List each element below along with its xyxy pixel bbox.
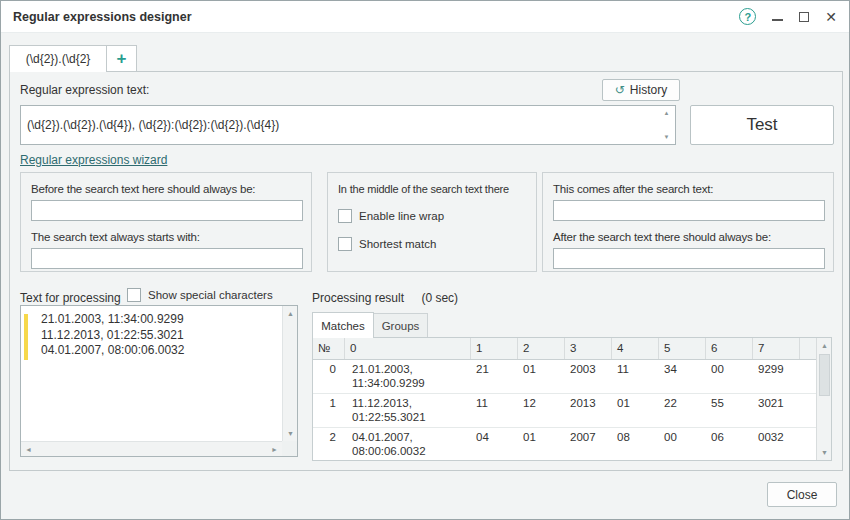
column-header[interactable]: 4 <box>612 338 659 359</box>
starts-with-input[interactable] <box>31 248 303 269</box>
scrollbar-corner <box>282 441 297 456</box>
vertical-scrollbar[interactable]: ▲ ▼ <box>282 306 297 441</box>
main-panel: Regular expression text: ↺ History ▲ ▼ T… <box>9 71 843 471</box>
tab-matches[interactable]: Matches <box>312 312 374 338</box>
close-icon[interactable]: ✕ <box>825 10 837 24</box>
scroll-down-icon[interactable]: ▼ <box>283 426 298 441</box>
regex-input[interactable] <box>21 106 675 144</box>
column-header[interactable]: 3 <box>565 338 612 359</box>
help-icon[interactable]: ? <box>739 8 756 25</box>
checkbox-box[interactable] <box>338 209 352 223</box>
group-cell: 9299 <box>753 360 800 393</box>
scrollbar-thumb[interactable] <box>819 354 830 396</box>
after-text-label: This comes after the search text: <box>553 183 713 195</box>
column-header[interactable]: 7 <box>753 338 800 359</box>
history-button[interactable]: ↺ History <box>602 79 680 101</box>
column-header[interactable]: 5 <box>659 338 706 359</box>
source-line: 21.01.2003, 11:34:00.9299 <box>41 312 279 328</box>
checkbox-box[interactable] <box>127 288 141 302</box>
starts-with-label: The search text always starts with: <box>31 231 200 243</box>
history-button-label: History <box>630 83 667 97</box>
group-cell: 01 <box>518 360 565 393</box>
group-cell: 04 <box>471 428 518 461</box>
group-cell: 2013 <box>565 394 612 427</box>
checkbox-label: Enable line wrap <box>359 210 444 222</box>
before-text-input[interactable] <box>31 200 303 221</box>
checkbox-label: Shortest match <box>359 238 436 250</box>
table-row[interactable]: 1 11.12.2013, 01:22:55.3021 11 12 2013 0… <box>313 394 816 428</box>
close-button[interactable]: Close <box>767 482 837 507</box>
middle-text-label: In the middle of the search text there <box>338 183 509 195</box>
tab-groups[interactable]: Groups <box>374 313 428 337</box>
add-tab-button[interactable]: + <box>106 45 137 72</box>
before-text-label: Before the search text here should alway… <box>31 183 255 195</box>
group-cell: 08 <box>612 428 659 461</box>
wizard-before-group: Before the search text here should alway… <box>20 172 312 272</box>
scroll-down-icon[interactable]: ▼ <box>817 445 832 460</box>
group-cell: 11 <box>612 360 659 393</box>
scroll-up-icon[interactable]: ▲ <box>817 338 832 353</box>
group-cell: 55 <box>706 394 753 427</box>
match-cell: 04.01.2007, 08:00:06.0032 <box>345 428 471 461</box>
regex-designer-window: Regular expressions designer ? ✕ (\d{2})… <box>0 0 850 520</box>
processing-result-label: Processing result (0 sec) <box>312 291 458 305</box>
group-cell: 22 <box>659 394 706 427</box>
test-button[interactable]: Test <box>690 105 834 145</box>
maximize-icon[interactable] <box>799 12 809 22</box>
scroll-up-icon[interactable]: ▲ <box>659 107 674 119</box>
checkbox-label: Show special characters <box>148 289 273 301</box>
history-icon: ↺ <box>615 84 625 96</box>
tab-pattern[interactable]: (\d{2}).(\d{2} <box>9 45 107 72</box>
text-for-processing-area[interactable]: 21.01.2003, 11:34:00.9299 11.12.2013, 01… <box>20 305 298 457</box>
table-row[interactable]: 2 04.01.2007, 08:00:06.0032 04 01 2007 0… <box>313 428 816 461</box>
scroll-up-icon[interactable]: ▲ <box>283 306 298 321</box>
table-row[interactable]: 0 21.01.2003, 11:34:00.9299 21 01 2003 1… <box>313 360 816 394</box>
scroll-right-icon[interactable]: ► <box>267 442 282 457</box>
shortest-match-checkbox[interactable]: Shortest match <box>338 237 436 251</box>
source-text: 21.01.2003, 11:34:00.9299 11.12.2013, 01… <box>41 312 279 359</box>
group-cell: 00 <box>706 360 753 393</box>
titlebar[interactable]: Regular expressions designer ? ✕ <box>1 1 849 33</box>
column-header[interactable]: 6 <box>706 338 753 359</box>
scroll-left-icon[interactable]: ◄ <box>21 442 36 457</box>
group-cell: 3021 <box>753 394 800 427</box>
match-cell: 11.12.2013, 01:22:55.3021 <box>345 394 471 427</box>
column-header[interactable]: 0 <box>345 338 471 359</box>
scroll-down-icon[interactable]: ▼ <box>659 131 674 143</box>
row-index: 0 <box>313 360 345 393</box>
group-cell: 11 <box>471 394 518 427</box>
changed-lines-marker <box>24 314 28 360</box>
group-cell: 2003 <box>565 360 612 393</box>
row-index: 1 <box>313 394 345 427</box>
group-cell: 01 <box>612 394 659 427</box>
enable-line-wrap-checkbox[interactable]: Enable line wrap <box>338 209 444 223</box>
column-header-filler <box>800 338 816 359</box>
column-header[interactable]: № <box>313 338 345 359</box>
group-cell: 0032 <box>753 428 800 461</box>
group-cell: 00 <box>659 428 706 461</box>
show-special-characters-checkbox[interactable]: Show special characters <box>127 288 273 302</box>
processing-result-text: Processing result <box>312 291 404 305</box>
matches-table: № 0 1 2 3 4 5 6 7 0 21.01.2003, 11:34:00… <box>312 337 832 461</box>
text-for-processing-label: Text for processing <box>20 291 121 305</box>
table-vertical-scrollbar[interactable]: ▲ ▼ <box>816 338 831 460</box>
row-index: 2 <box>313 428 345 461</box>
regex-input-wrap: ▲ ▼ <box>20 105 676 145</box>
checkbox-box[interactable] <box>338 237 352 251</box>
column-header[interactable]: 2 <box>518 338 565 359</box>
match-cell: 21.01.2003, 11:34:00.9299 <box>345 360 471 393</box>
horizontal-scrollbar[interactable]: ◄ ► <box>21 441 282 456</box>
group-cell: 2007 <box>565 428 612 461</box>
processing-time: (0 sec) <box>421 291 458 305</box>
window-controls: ? ✕ <box>739 8 837 25</box>
after-always-input[interactable] <box>553 248 825 269</box>
group-cell: 06 <box>706 428 753 461</box>
group-cell: 21 <box>471 360 518 393</box>
wizard-link[interactable]: Regular expressions wizard <box>20 153 167 167</box>
after-text-input[interactable] <box>553 200 825 221</box>
group-cell: 12 <box>518 394 565 427</box>
source-line: 11.12.2013, 01:22:55.3021 <box>41 328 279 344</box>
wizard-after-group: This comes after the search text: After … <box>542 172 834 272</box>
minimize-icon[interactable] <box>772 19 783 21</box>
column-header[interactable]: 1 <box>471 338 518 359</box>
